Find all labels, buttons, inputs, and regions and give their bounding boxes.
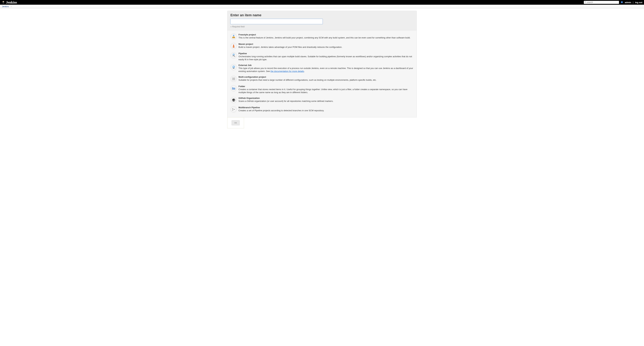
svg-rect-16 [234,78,234,79]
header-right: ? admin | log out [584,1,642,4]
type-desc: Creates a container that stores nested i… [238,88,414,94]
logo-text: Jenkins [6,1,17,4]
ok-panel: OK [227,117,244,128]
search-input[interactable] [586,1,618,4]
multiconfig-icon [230,76,237,82]
item-name-input[interactable] [230,19,323,24]
type-desc-pre: This type of job allows you to record th… [238,67,413,73]
breadcrumb: Jenkins ▸ [0,5,644,9]
breadcrumb-root[interactable]: Jenkins [2,5,9,8]
search-box[interactable] [584,1,619,4]
type-title: Pipeline [238,52,414,55]
search-icon [584,1,586,4]
type-title: Freestyle project [238,33,414,36]
svg-point-10 [233,54,234,55]
type-folder[interactable]: Folder Creates a container that stores n… [230,85,414,94]
type-desc: Suitable for projects that need a large … [238,79,414,82]
svg-rect-17 [232,79,233,80]
svg-point-22 [232,108,233,109]
jenkins-logo-icon [2,1,5,4]
type-pipeline[interactable]: Pipeline Orchestrates long-running activ… [230,52,414,61]
svg-text:?: ? [622,1,622,3]
type-github-org[interactable]: GitHub Organization Scans a GitHub organ… [230,97,414,103]
type-freestyle[interactable]: Freestyle project This is the central fe… [230,33,414,40]
type-title: Folder [238,85,414,88]
type-title: Multibranch Pipeline [238,106,414,109]
chevron-right-icon: ▸ [11,6,12,8]
multibranch-icon [230,106,237,113]
help-icon[interactable]: ? [621,1,623,4]
required-note: » Required field [230,26,414,28]
svg-point-24 [234,109,235,110]
top-header: Jenkins ? admin | log out [0,0,644,5]
logo[interactable]: Jenkins [2,1,17,4]
header-separator: | [633,1,634,4]
svg-point-23 [232,110,233,111]
user-link[interactable]: admin [625,1,631,4]
page-title: Enter an item name [230,13,414,17]
type-desc: This type of job allows you to record th… [238,67,414,73]
svg-point-7 [233,35,234,36]
type-desc: Creates a set of Pipeline projects accor… [238,109,414,112]
svg-rect-13 [233,68,234,69]
type-title: Multi-configuration project [238,76,414,78]
name-section: Enter an item name » Required field [227,11,417,30]
github-icon [230,97,237,103]
content-panel: Enter an item name » Required field Free… [227,11,417,128]
type-title: External Job [238,64,414,67]
type-desc: Orchestrates long-running activities tha… [238,55,414,61]
svg-point-12 [232,66,234,67]
external-icon [230,64,237,70]
type-desc-post: . [304,70,305,73]
type-title: GitHub Organization [238,97,414,99]
type-maven[interactable]: Maven project Build a maven project. Jen… [230,43,414,49]
type-desc: This is the central feature of Jenkins. … [238,36,414,39]
type-desc: Build a maven project. Jenkins takes adv… [238,46,414,49]
type-external[interactable]: External Job This type of job allows you… [230,64,414,73]
folder-icon [230,85,237,92]
logout-link[interactable]: log out [635,1,642,4]
maven-icon [230,43,237,49]
svg-line-3 [586,2,586,3]
pipeline-icon [230,52,237,59]
type-desc: Scans a GitHub organization (or user acc… [238,100,414,103]
svg-point-8 [233,35,234,36]
svg-rect-6 [232,37,235,38]
documentation-link[interactable]: the documentation for more details [270,70,304,73]
types-section: Freestyle project This is the central fe… [227,30,417,117]
svg-rect-18 [234,79,234,80]
svg-rect-1 [3,3,4,4]
main-wrap: Enter an item name » Required field Free… [0,9,644,128]
svg-rect-15 [232,78,233,79]
freestyle-icon [230,33,237,40]
type-title: Maven project [238,43,414,45]
svg-point-2 [585,1,586,3]
ok-button[interactable]: OK [232,120,240,125]
svg-point-11 [232,66,235,68]
type-multibranch[interactable]: Multibranch Pipeline Creates a set of Pi… [230,106,414,113]
type-multiconfig[interactable]: Multi-configuration project Suitable for… [230,76,414,82]
